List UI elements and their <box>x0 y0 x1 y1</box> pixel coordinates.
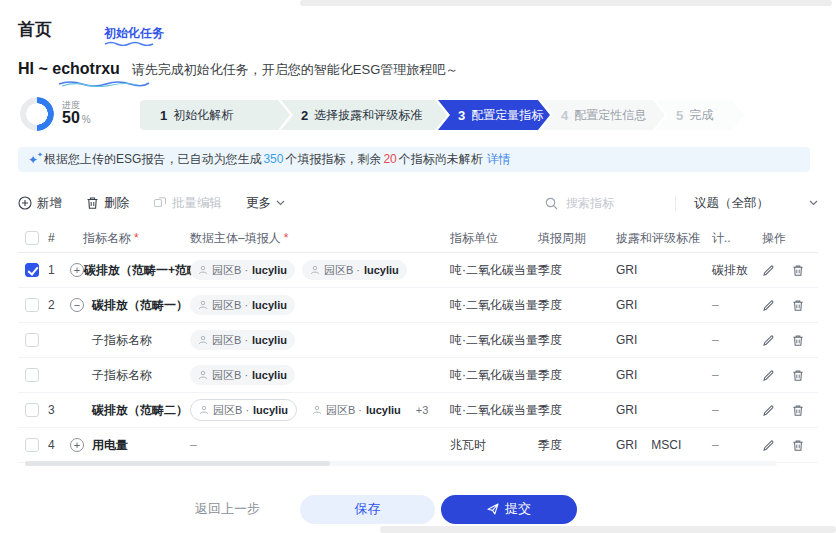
horizontal-scrollbar <box>25 461 777 466</box>
expand-icon[interactable]: + <box>70 263 84 277</box>
sub-indicator-name: 子指标名称 <box>92 367 152 384</box>
indicator-unit: 吨·二氧化碳当量 <box>450 297 538 314</box>
step-4-config-qualitative[interactable]: 4 配置定性信息 <box>541 100 665 130</box>
save-button[interactable]: 保存 <box>300 495 435 524</box>
horizontal-scrollbar-thumb[interactable] <box>25 461 330 466</box>
subject-tag[interactable]: 园区B ·lucyliu <box>190 295 295 315</box>
table-row: 3 碳排放（范畴二） 园区B ·lucyliu 园区B ·lucyliu +3 … <box>18 393 818 428</box>
delete-icon[interactable] <box>792 299 804 312</box>
step-5-complete[interactable]: 5 完成 <box>656 100 744 130</box>
expand-icon[interactable]: + <box>70 438 84 452</box>
col-period: 填报周期 <box>538 230 616 247</box>
greeting-message: 请先完成初始化任务，开启您的智能化ESG管理旅程吧～ <box>132 61 458 79</box>
page-title: 首页 <box>18 18 52 41</box>
delete-icon[interactable] <box>792 369 804 382</box>
tab-underline-wave <box>104 40 154 46</box>
report-period: 季度 <box>538 297 616 314</box>
search-input[interactable] <box>564 195 658 211</box>
progress-ring <box>20 97 54 131</box>
batch-edit-button[interactable]: 批量编辑 <box>153 195 222 212</box>
esg-init-task-page: 首页 初始化任务 HI ~ echotrxu 请先完成初始化任务，开启您的智能化… <box>0 0 836 533</box>
report-period: 季度 <box>538 262 616 279</box>
person-icon <box>198 335 208 345</box>
row-checkbox[interactable] <box>25 368 39 382</box>
submit-button[interactable]: 提交 <box>441 495 577 524</box>
batch-edit-icon <box>153 196 167 210</box>
table-header: # 指标名称* 数据主体–填报人* 指标单位 填报周期 披露和评级标准 计.. … <box>18 224 818 253</box>
row-checkbox[interactable] <box>25 298 39 312</box>
sub-indicator-name: 子指标名称 <box>92 332 152 349</box>
select-all-checkbox[interactable] <box>25 231 39 245</box>
subject-tag[interactable]: 园区B ·lucyliu <box>304 400 409 420</box>
subject-tag[interactable]: 园区B ·lucyliu <box>302 260 407 280</box>
table-row: 1 +碳排放（范畴一+范畴二） 园区B ·lucyliu 园区B ·lucyli… <box>18 253 818 288</box>
topic-filter-dropdown[interactable]: 议题（全部） <box>694 195 818 212</box>
indicator-unit: 吨·二氧化碳当量 <box>450 332 538 349</box>
delete-icon[interactable] <box>792 439 804 452</box>
more-button[interactable]: 更多 <box>246 195 285 212</box>
step-3-config-quantitative[interactable]: 3 配置定量指标 <box>438 100 550 130</box>
calc-value: – <box>712 298 762 312</box>
row-checkbox[interactable] <box>25 263 39 277</box>
indicator-name: 碳排放（范畴二） <box>92 402 188 419</box>
standard-tag: GRI <box>616 438 637 452</box>
notice-text: 根据您上传的ESG报告，已自动为您生成350个填报指标，剩余20个指标尚未解析详… <box>44 151 511 168</box>
detail-link[interactable]: 详情 <box>487 152 511 166</box>
greeting: HI ~ echotrxu 请先完成初始化任务，开启您的智能化ESG管理旅程吧～ <box>18 60 458 79</box>
report-period: 季度 <box>538 367 616 384</box>
search-icon <box>545 197 558 210</box>
person-icon <box>198 300 208 310</box>
subject-tag[interactable]: 园区B ·lucyliu <box>190 399 297 421</box>
delete-icon[interactable] <box>792 264 804 277</box>
collapse-icon[interactable]: − <box>70 298 84 312</box>
col-calc: 计.. <box>712 230 762 247</box>
edit-icon[interactable] <box>762 334 775 347</box>
auto-parse-notice: ✦✦ 根据您上传的ESG报告，已自动为您生成350个填报指标，剩余20个指标尚未… <box>18 147 810 172</box>
delete-icon[interactable] <box>792 404 804 417</box>
row-checkbox[interactable] <box>25 438 39 452</box>
calc-value: – <box>712 333 762 347</box>
indicator-unit: 兆瓦时 <box>450 437 538 454</box>
remaining-count: 20 <box>383 152 396 166</box>
table-toolbar: 新增 删除 批量编辑 更多 议题（全部） <box>18 190 818 216</box>
row-checkbox[interactable] <box>25 333 39 347</box>
standard-tag: GRI <box>616 333 637 347</box>
indicator-name: 用电量 <box>92 437 128 454</box>
subject-empty: – <box>190 438 197 452</box>
col-subject: 数据主体–填报人* <box>190 230 450 247</box>
add-button[interactable]: 新增 <box>18 195 62 212</box>
standard-tag: GRI <box>616 368 637 382</box>
standard-tag: MSCI <box>651 438 681 452</box>
subject-tag[interactable]: 园区B ·lucyliu <box>190 330 295 350</box>
step-1-init-parse[interactable]: 1 初始化解析 <box>140 100 290 130</box>
subject-tag[interactable]: 园区B ·lucyliu <box>190 260 295 280</box>
back-link[interactable]: 返回上一步 <box>195 500 260 518</box>
indicator-unit: 吨·二氧化碳当量 <box>450 262 538 279</box>
window-bottom-scrollbar <box>380 526 836 533</box>
report-period: 季度 <box>538 332 616 349</box>
chevron-down-icon <box>276 200 285 206</box>
edit-icon[interactable] <box>762 404 775 417</box>
more-subjects-badge[interactable]: +3 <box>416 404 429 416</box>
edit-icon[interactable] <box>762 439 775 452</box>
standard-tag: GRI <box>616 263 637 277</box>
indicator-unit: 吨·二氧化碳当量 <box>450 402 538 419</box>
indicator-table: # 指标名称* 数据主体–填报人* 指标单位 填报周期 披露和评级标准 计.. … <box>18 224 818 463</box>
footer-actions: 返回上一步 保存 提交 <box>0 493 836 525</box>
salutation-underline-wave <box>58 79 150 87</box>
report-period: 季度 <box>538 437 616 454</box>
row-checkbox[interactable] <box>25 403 39 417</box>
col-num: # <box>48 231 70 245</box>
subject-tag[interactable]: 园区B ·lucyliu <box>190 365 295 385</box>
step-2-select-standards[interactable]: 2 选择披露和评级标准 <box>281 100 447 130</box>
report-period: 季度 <box>538 402 616 419</box>
edit-icon[interactable] <box>762 264 775 277</box>
delete-icon[interactable] <box>792 334 804 347</box>
standard-tag: GRI <box>616 298 637 312</box>
window-top-scrollbar <box>300 0 832 6</box>
person-icon <box>198 265 208 275</box>
edit-icon[interactable] <box>762 299 775 312</box>
delete-button[interactable]: 删除 <box>86 195 129 212</box>
table-row: 2 −碳排放（范畴一） 园区B ·lucyliu 吨·二氧化碳当量 季度 GRI… <box>18 288 818 323</box>
edit-icon[interactable] <box>762 369 775 382</box>
